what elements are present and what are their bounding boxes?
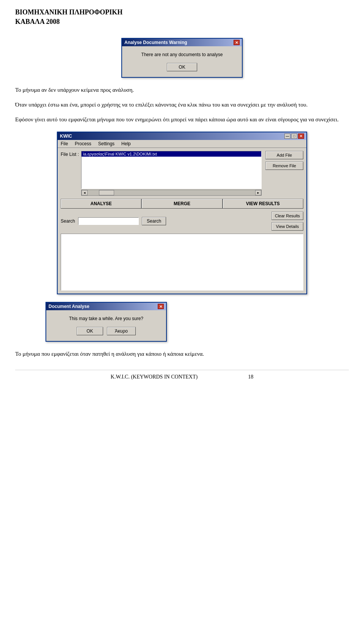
- search-button[interactable]: Search: [142, 217, 166, 225]
- file-list-container: ia.εργασίας\Final KWIC v1.2\DOKIMI.txt ◄…: [81, 151, 262, 196]
- kwic-file-area: File List : ia.εργασίας\Final KWIC v1.2\…: [61, 151, 303, 196]
- search-row: Search Search Clear Results View Details: [61, 212, 303, 231]
- kwic-main-buttons: ANALYSE MERGE VIEW RESULTS: [61, 199, 303, 209]
- analyse-button[interactable]: ANALYSE: [61, 199, 141, 209]
- doc-analyse-close-btn[interactable]: ✕: [158, 304, 164, 309]
- view-results-button[interactable]: VIEW RESULTS: [223, 199, 303, 209]
- doc-analyse-ok-button[interactable]: OK: [77, 327, 103, 335]
- warning-titlebar: Analyse Documents Warning ✕: [122, 39, 242, 46]
- kwic-menubar: File Process Settings Help: [58, 140, 306, 148]
- kwic-file-list-section: File List : ia.εργασίας\Final KWIC v1.2\…: [61, 151, 262, 196]
- kwic-title: KWIC: [60, 134, 72, 139]
- kwic-content: File List : ia.εργασίας\Final KWIC v1.2\…: [58, 148, 306, 294]
- warning-close-btn[interactable]: ✕: [234, 40, 240, 45]
- results-box[interactable]: [61, 234, 303, 291]
- menu-file[interactable]: File: [59, 141, 69, 147]
- file-list-item[interactable]: ia.εργασίας\Final KWIC v1.2\DOKIMI.txt: [82, 151, 261, 157]
- warning-dialog: Analyse Documents Warning ✕ There are no…: [121, 38, 243, 78]
- doc-analyse-dialog: Document Analyse ✕ This may take a while…: [46, 302, 167, 342]
- scroll-right-arrow[interactable]: ►: [255, 190, 261, 195]
- bottom-paragraph: Το μήνυμα που εμφανίζεται όταν πατηθεί η…: [15, 349, 349, 358]
- warning-ok-button[interactable]: OK: [167, 63, 197, 71]
- search-label: Search: [61, 218, 75, 224]
- scrollbar-horizontal[interactable]: ◄ ►: [81, 190, 262, 196]
- kwic-minimize-btn[interactable]: —: [284, 134, 290, 139]
- kwic-close-btn[interactable]: ✕: [298, 134, 304, 139]
- footer-text: K.W.I.C. (KEYWORDS IN CONTEXT): [111, 374, 198, 380]
- kwic-titlebar: KWIC — □ ✕: [58, 132, 306, 140]
- warning-dialog-container: Analyse Documents Warning ✕ There are no…: [15, 38, 349, 78]
- doc-analyse-buttons: OK Άκυρο: [54, 327, 158, 335]
- file-list-box[interactable]: ia.εργασίας\Final KWIC v1.2\DOKIMI.txt: [81, 151, 262, 189]
- scroll-thumb[interactable]: [99, 190, 114, 195]
- doc-analyse-message: This may take a while. Are you sure?: [54, 316, 158, 321]
- footer-page: 18: [248, 374, 253, 380]
- search-input[interactable]: [78, 217, 139, 225]
- file-list-label: File List :: [61, 151, 79, 157]
- paragraph-3: Εφόσον γίνει αυτό του εμφανίζεται μήνυμα…: [15, 115, 349, 124]
- menu-settings[interactable]: Settings: [97, 141, 116, 147]
- warning-message: There are not any documents to analyse: [130, 52, 234, 57]
- doc-analyse-container: Document Analyse ✕ This may take a while…: [15, 302, 349, 342]
- results-area: [61, 234, 303, 291]
- clear-results-button[interactable]: Clear Results: [271, 212, 303, 220]
- menu-process[interactable]: Process: [73, 141, 93, 147]
- kwic-maximize-btn[interactable]: □: [291, 134, 297, 139]
- menu-help[interactable]: Help: [120, 141, 132, 147]
- doc-analyse-cancel-button[interactable]: Άκυρο: [107, 327, 136, 335]
- page-footer: K.W.I.C. (KEYWORDS IN CONTEXT) 18: [15, 370, 349, 380]
- kwic-right-buttons: Add File Remove File: [265, 151, 303, 196]
- scroll-track: [88, 190, 255, 195]
- remove-file-button[interactable]: Remove File: [265, 162, 303, 170]
- warning-body: There are not any documents to analyse O…: [122, 46, 242, 77]
- header-line2: ΚΑΒΑΛΑ 2008: [15, 17, 349, 27]
- paragraph-2: Όταν υπάρχει έστω και ένα, μπορεί ο χρήσ…: [15, 100, 349, 109]
- doc-analyse-titlebar: Document Analyse ✕: [46, 303, 166, 310]
- doc-analyse-title: Document Analyse: [49, 304, 89, 309]
- paragraph-1: Το μήνυμα αν δεν υπάρχουν κείμενα προς α…: [15, 85, 349, 94]
- doc-analyse-body: This may take a while. Are you sure? OK …: [46, 310, 166, 341]
- header-line1: ΒΙΟΜΗΧΑΝΙΚΗ ΠΛΗΡΟΦΟΡΙΚΗ: [15, 8, 349, 17]
- merge-button[interactable]: MERGE: [141, 199, 222, 209]
- view-details-button[interactable]: View Details: [271, 222, 303, 231]
- warning-title: Analyse Documents Warning: [124, 40, 187, 45]
- add-file-button[interactable]: Add File: [265, 151, 303, 159]
- right-search-buttons: Clear Results View Details: [271, 212, 303, 231]
- kwic-window: KWIC — □ ✕ File Process Settings Help Fi…: [57, 132, 307, 294]
- scroll-left-arrow[interactable]: ◄: [82, 190, 88, 195]
- kwic-window-controls: — □ ✕: [284, 134, 304, 139]
- page-header: ΒΙΟΜΗΧΑΝΙΚΗ ΠΛΗΡΟΦΟΡΙΚΗ ΚΑΒΑΛΑ 2008: [15, 8, 349, 27]
